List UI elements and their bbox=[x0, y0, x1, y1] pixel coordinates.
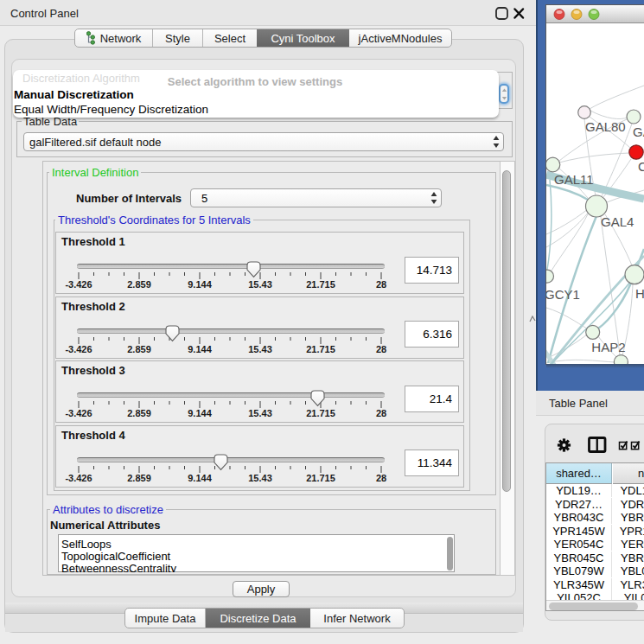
svg-text:GCY1: GCY1 bbox=[546, 287, 580, 302]
svg-text:HAP2: HAP2 bbox=[591, 340, 625, 354]
svg-text:H: H bbox=[635, 286, 644, 301]
svg-text:GAL4: GAL4 bbox=[601, 214, 634, 229]
svg-text:C: C bbox=[638, 159, 644, 174]
svg-text:GAL80: GAL80 bbox=[585, 119, 626, 134]
svg-text:GA: GA bbox=[633, 124, 644, 139]
svg-text:GAL11: GAL11 bbox=[554, 172, 594, 187]
